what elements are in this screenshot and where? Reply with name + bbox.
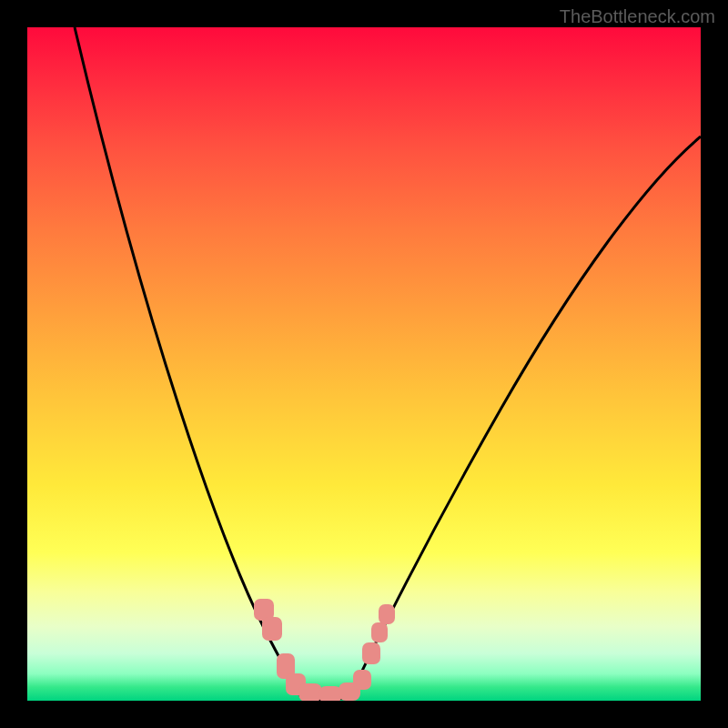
data-marker <box>353 670 371 690</box>
watermark-text: TheBottleneck.com <box>560 6 715 27</box>
right-curve <box>350 136 701 696</box>
left-curve <box>75 27 300 696</box>
data-marker <box>262 617 282 641</box>
data-marker <box>379 604 395 624</box>
data-marker <box>362 642 380 664</box>
data-marker <box>371 622 388 642</box>
chart-area <box>27 27 701 701</box>
curve-svg <box>27 27 701 701</box>
